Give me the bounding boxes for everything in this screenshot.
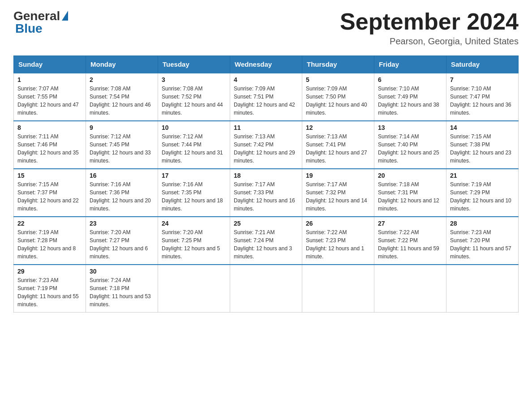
day-info: Sunrise: 7:12 AMSunset: 7:45 PMDaylight:… bbox=[90, 133, 154, 165]
day-number: 17 bbox=[162, 172, 226, 179]
weekday-header-sunday: Sunday bbox=[14, 56, 86, 73]
day-info: Sunrise: 7:22 AMSunset: 7:22 PMDaylight:… bbox=[378, 228, 442, 261]
calendar-cell: 23Sunrise: 7:20 AMSunset: 7:27 PMDayligh… bbox=[86, 217, 158, 265]
day-info: Sunrise: 7:10 AMSunset: 7:49 PMDaylight:… bbox=[378, 85, 442, 117]
day-number: 21 bbox=[450, 172, 515, 179]
day-number: 4 bbox=[234, 76, 298, 83]
calendar-cell bbox=[302, 265, 374, 313]
day-number: 23 bbox=[90, 220, 154, 227]
calendar-cell: 14Sunrise: 7:15 AMSunset: 7:38 PMDayligh… bbox=[446, 121, 519, 169]
calendar-cell bbox=[230, 265, 302, 313]
day-info: Sunrise: 7:14 AMSunset: 7:40 PMDaylight:… bbox=[378, 133, 442, 165]
day-info: Sunrise: 7:15 AMSunset: 7:38 PMDaylight:… bbox=[450, 133, 515, 165]
day-number: 13 bbox=[378, 124, 442, 131]
logo-blue-text: Blue bbox=[15, 21, 43, 36]
day-number: 3 bbox=[162, 76, 226, 83]
day-info: Sunrise: 7:13 AMSunset: 7:41 PMDaylight:… bbox=[306, 133, 370, 165]
weekday-header-wednesday: Wednesday bbox=[230, 56, 302, 73]
day-info: Sunrise: 7:16 AMSunset: 7:35 PMDaylight:… bbox=[162, 180, 226, 213]
calendar-cell: 20Sunrise: 7:18 AMSunset: 7:31 PMDayligh… bbox=[374, 169, 446, 217]
week-row-3: 15Sunrise: 7:15 AMSunset: 7:37 PMDayligh… bbox=[14, 169, 519, 217]
day-info: Sunrise: 7:24 AMSunset: 7:18 PMDaylight:… bbox=[90, 276, 154, 308]
day-info: Sunrise: 7:19 AMSunset: 7:29 PMDaylight:… bbox=[450, 180, 515, 213]
day-info: Sunrise: 7:18 AMSunset: 7:31 PMDaylight:… bbox=[378, 180, 442, 213]
calendar-cell: 17Sunrise: 7:16 AMSunset: 7:35 PMDayligh… bbox=[158, 169, 230, 217]
day-info: Sunrise: 7:23 AMSunset: 7:19 PMDaylight:… bbox=[17, 276, 82, 308]
weekday-header-monday: Monday bbox=[86, 56, 158, 73]
day-number: 15 bbox=[17, 172, 82, 179]
day-info: Sunrise: 7:20 AMSunset: 7:25 PMDaylight:… bbox=[162, 228, 226, 261]
calendar-cell: 28Sunrise: 7:23 AMSunset: 7:20 PMDayligh… bbox=[446, 217, 519, 265]
day-number: 7 bbox=[450, 76, 515, 83]
calendar-subtitle: Pearson, Georgia, United States bbox=[340, 36, 519, 47]
day-info: Sunrise: 7:09 AMSunset: 7:51 PMDaylight:… bbox=[234, 85, 298, 117]
day-number: 12 bbox=[306, 124, 370, 131]
day-info: Sunrise: 7:09 AMSunset: 7:50 PMDaylight:… bbox=[306, 85, 370, 117]
calendar-cell: 4Sunrise: 7:09 AMSunset: 7:51 PMDaylight… bbox=[230, 73, 302, 121]
calendar-cell: 6Sunrise: 7:10 AMSunset: 7:49 PMDaylight… bbox=[374, 73, 446, 121]
day-number: 20 bbox=[378, 172, 442, 179]
calendar-title: September 2024 bbox=[340, 9, 519, 34]
calendar-cell: 3Sunrise: 7:08 AMSunset: 7:52 PMDaylight… bbox=[158, 73, 230, 121]
day-number: 16 bbox=[90, 172, 154, 179]
day-number: 19 bbox=[306, 172, 370, 179]
weekday-header-saturday: Saturday bbox=[446, 56, 519, 73]
day-info: Sunrise: 7:19 AMSunset: 7:28 PMDaylight:… bbox=[17, 228, 82, 261]
calendar-table: SundayMondayTuesdayWednesdayThursdayFrid… bbox=[13, 56, 519, 313]
day-number: 10 bbox=[162, 124, 226, 131]
calendar-cell: 24Sunrise: 7:20 AMSunset: 7:25 PMDayligh… bbox=[158, 217, 230, 265]
day-number: 14 bbox=[450, 124, 515, 131]
calendar-cell: 22Sunrise: 7:19 AMSunset: 7:28 PMDayligh… bbox=[14, 217, 86, 265]
day-number: 11 bbox=[234, 124, 298, 131]
day-number: 22 bbox=[17, 220, 82, 227]
day-info: Sunrise: 7:12 AMSunset: 7:44 PMDaylight:… bbox=[162, 133, 226, 165]
weekday-header-tuesday: Tuesday bbox=[158, 56, 230, 73]
calendar-cell: 10Sunrise: 7:12 AMSunset: 7:44 PMDayligh… bbox=[158, 121, 230, 169]
calendar-cell: 11Sunrise: 7:13 AMSunset: 7:42 PMDayligh… bbox=[230, 121, 302, 169]
logo: General Blue bbox=[13, 9, 68, 36]
day-info: Sunrise: 7:23 AMSunset: 7:20 PMDaylight:… bbox=[450, 228, 515, 261]
weekday-header-friday: Friday bbox=[374, 56, 446, 73]
day-info: Sunrise: 7:08 AMSunset: 7:54 PMDaylight:… bbox=[90, 85, 154, 117]
day-info: Sunrise: 7:15 AMSunset: 7:37 PMDaylight:… bbox=[17, 180, 82, 213]
calendar-cell: 30Sunrise: 7:24 AMSunset: 7:18 PMDayligh… bbox=[86, 265, 158, 313]
day-number: 9 bbox=[90, 124, 154, 131]
day-number: 30 bbox=[90, 268, 154, 275]
day-number: 26 bbox=[306, 220, 370, 227]
day-info: Sunrise: 7:21 AMSunset: 7:24 PMDaylight:… bbox=[234, 228, 298, 261]
calendar-cell bbox=[158, 265, 230, 313]
day-number: 28 bbox=[450, 220, 515, 227]
calendar-cell: 1Sunrise: 7:07 AMSunset: 7:55 PMDaylight… bbox=[14, 73, 86, 121]
day-info: Sunrise: 7:22 AMSunset: 7:23 PMDaylight:… bbox=[306, 228, 370, 261]
calendar-cell: 18Sunrise: 7:17 AMSunset: 7:33 PMDayligh… bbox=[230, 169, 302, 217]
weekday-header-thursday: Thursday bbox=[302, 56, 374, 73]
calendar-cell: 29Sunrise: 7:23 AMSunset: 7:19 PMDayligh… bbox=[14, 265, 86, 313]
day-number: 27 bbox=[378, 220, 442, 227]
day-info: Sunrise: 7:20 AMSunset: 7:27 PMDaylight:… bbox=[90, 228, 154, 261]
logo-triangle-icon bbox=[62, 11, 68, 21]
day-info: Sunrise: 7:13 AMSunset: 7:42 PMDaylight:… bbox=[234, 133, 298, 165]
calendar-cell: 16Sunrise: 7:16 AMSunset: 7:36 PMDayligh… bbox=[86, 169, 158, 217]
day-info: Sunrise: 7:10 AMSunset: 7:47 PMDaylight:… bbox=[450, 85, 515, 117]
day-info: Sunrise: 7:11 AMSunset: 7:46 PMDaylight:… bbox=[17, 133, 82, 165]
day-info: Sunrise: 7:17 AMSunset: 7:33 PMDaylight:… bbox=[234, 180, 298, 213]
day-number: 25 bbox=[234, 220, 298, 227]
day-number: 6 bbox=[378, 76, 442, 83]
day-number: 1 bbox=[17, 76, 82, 83]
calendar-cell: 13Sunrise: 7:14 AMSunset: 7:40 PMDayligh… bbox=[374, 121, 446, 169]
calendar-cell: 2Sunrise: 7:08 AMSunset: 7:54 PMDaylight… bbox=[86, 73, 158, 121]
day-number: 29 bbox=[17, 268, 82, 275]
calendar-cell bbox=[446, 265, 519, 313]
day-number: 5 bbox=[306, 76, 370, 83]
calendar-cell: 21Sunrise: 7:19 AMSunset: 7:29 PMDayligh… bbox=[446, 169, 519, 217]
page-header: General Blue September 2024 Pearson, Geo… bbox=[13, 9, 519, 47]
day-info: Sunrise: 7:16 AMSunset: 7:36 PMDaylight:… bbox=[90, 180, 154, 213]
calendar-cell: 9Sunrise: 7:12 AMSunset: 7:45 PMDaylight… bbox=[86, 121, 158, 169]
calendar-cell: 8Sunrise: 7:11 AMSunset: 7:46 PMDaylight… bbox=[14, 121, 86, 169]
day-info: Sunrise: 7:07 AMSunset: 7:55 PMDaylight:… bbox=[17, 85, 82, 117]
week-row-5: 29Sunrise: 7:23 AMSunset: 7:19 PMDayligh… bbox=[14, 265, 519, 313]
day-number: 8 bbox=[17, 124, 82, 131]
title-area: September 2024 Pearson, Georgia, United … bbox=[340, 9, 519, 47]
day-info: Sunrise: 7:17 AMSunset: 7:32 PMDaylight:… bbox=[306, 180, 370, 213]
calendar-cell: 27Sunrise: 7:22 AMSunset: 7:22 PMDayligh… bbox=[374, 217, 446, 265]
